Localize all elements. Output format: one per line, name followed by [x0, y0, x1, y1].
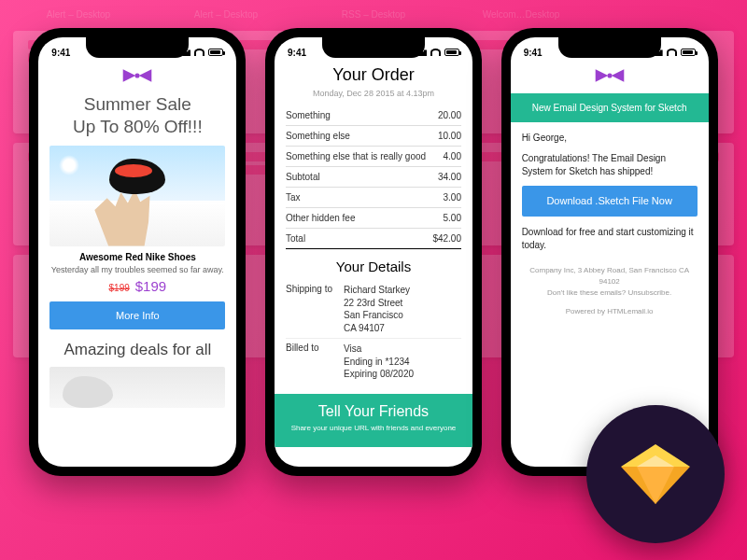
- phone-notch: [86, 37, 189, 58]
- email-line-2: Download for free and start customizing …: [522, 226, 698, 252]
- price-new: $199: [135, 278, 166, 294]
- detail-shipping: Shipping to Richard Starkey 22 23rd Stre…: [286, 280, 461, 339]
- tell-friends-panel: Tell Your Friends Share your unique URL …: [275, 394, 472, 447]
- phone-notch: [558, 37, 661, 58]
- order-line-tax: Tax3.00: [286, 188, 461, 208]
- details-title: Your Details: [286, 259, 461, 274]
- wifi-icon: [430, 49, 441, 56]
- status-time: 9:41: [524, 48, 543, 58]
- phone-screen-2: 9:41 Your Order Monday, Dec 28 2015 at 4…: [275, 37, 472, 467]
- order-date: Monday, Dec 28 2015 at 4.13pm: [286, 89, 461, 98]
- wifi-icon: [194, 49, 204, 56]
- status-time: 9:41: [288, 48, 306, 58]
- phone-mockup-1: 9:41 Summer Sale Up To 80% Off!!! Awesom…: [29, 28, 246, 476]
- product-title: Awesome Red Nike Shoes: [49, 252, 225, 262]
- email-banner: New Email Design System for Sketch: [511, 93, 709, 122]
- sketch-badge: [586, 405, 725, 543]
- battery-icon: [444, 49, 459, 56]
- product-photo-2: [49, 367, 225, 408]
- product-photo: [49, 146, 225, 246]
- product-subtitle: Yesterday all my troubles seemed so far …: [49, 265, 225, 274]
- battery-icon: [681, 49, 696, 56]
- price-old: $199: [109, 283, 130, 293]
- order-title: Your Order: [286, 65, 461, 85]
- order-line: Something20.00: [286, 105, 461, 126]
- wifi-icon: [667, 49, 677, 56]
- canvas: Alert – Desktop Alert – Desktop RSS – De…: [0, 0, 747, 560]
- email-greeting: Hi George,: [522, 132, 698, 145]
- phone-screen-1: 9:41 Summer Sale Up To 80% Off!!! Awesom…: [38, 37, 236, 467]
- phone-screen-3: 9:41 New Email Design System for Sketch …: [511, 37, 709, 467]
- order-line: Something else that is really good4.00: [286, 147, 461, 167]
- battery-icon: [208, 49, 223, 56]
- order-line: Something else10.00: [286, 126, 461, 147]
- download-button[interactable]: Download .Sketch File Now: [522, 186, 698, 217]
- svg-point-1: [607, 73, 612, 77]
- tell-friends-title: Tell Your Friends: [286, 403, 461, 420]
- bowtie-logo: [49, 67, 225, 88]
- order-line-subtotal: Subtotal34.00: [286, 167, 461, 188]
- order-line-total: Total$42.00: [286, 229, 461, 249]
- deals-heading: Amazing deals for all: [49, 341, 225, 359]
- email-line-1: Congratulations! The Email Design System…: [522, 152, 698, 178]
- status-time: 9:41: [51, 48, 70, 58]
- email-footer: Company Inc, 3 Abbey Road, San Francisco…: [522, 265, 698, 317]
- bowtie-logo: [522, 67, 698, 88]
- svg-point-0: [135, 73, 140, 77]
- phone-mockup-3: 9:41 New Email Design System for Sketch …: [501, 28, 718, 476]
- email-body: Hi George, Congratulations! The Email De…: [522, 132, 698, 252]
- more-info-button[interactable]: More Info: [49, 301, 225, 329]
- phone-notch: [322, 37, 425, 58]
- sketch-diamond-icon: [621, 444, 690, 504]
- hero-headline: Summer Sale Up To 80% Off!!!: [49, 93, 225, 138]
- phone-mockup-2: 9:41 Your Order Monday, Dec 28 2015 at 4…: [265, 28, 482, 476]
- tell-friends-sub: Share your unique URL with friends and e…: [286, 424, 461, 432]
- detail-billed: Billed to Visa Ending in *1234 Expiring …: [286, 339, 461, 385]
- price-row: $199$199: [49, 278, 225, 294]
- order-line-fee: Other hidden fee5.00: [286, 208, 461, 229]
